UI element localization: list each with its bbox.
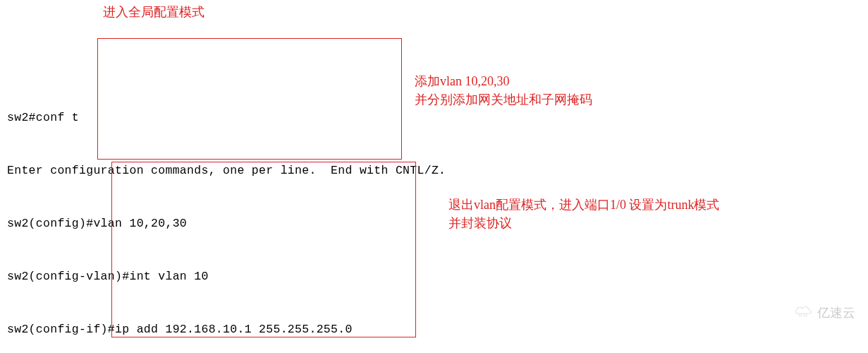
terminal-output: sw2#conf t Enter configuration commands,… xyxy=(7,73,861,353)
terminal-line: Enter configuration commands, one per li… xyxy=(7,162,861,179)
watermark-text: 亿速云 xyxy=(817,304,855,322)
terminal-line: sw2(config-if)#ip add 192.168.10.1 255.2… xyxy=(7,321,861,338)
terminal-line: sw2#conf t xyxy=(7,109,861,126)
annotation-vlan-add-l1: 添加vlan 10,20,30 xyxy=(415,73,510,90)
watermark: 亿速云 xyxy=(779,286,855,340)
terminal-line: sw2(config)#vlan 10,20,30 xyxy=(7,215,861,232)
annotation-vlan-add-l2: 并分别添加网关地址和子网掩码 xyxy=(415,91,592,109)
annotation-trunk-l1: 退出vlan配置模式，进入端口1/0 设置为trunk模式 xyxy=(448,196,720,214)
annotation-global-config: 进入全局配置模式 xyxy=(103,4,204,21)
terminal-line: sw2(config-vlan)#int vlan 10 xyxy=(7,268,861,285)
annotation-trunk-l2: 并封装协议 xyxy=(448,215,512,232)
cloud-icon xyxy=(779,286,814,340)
